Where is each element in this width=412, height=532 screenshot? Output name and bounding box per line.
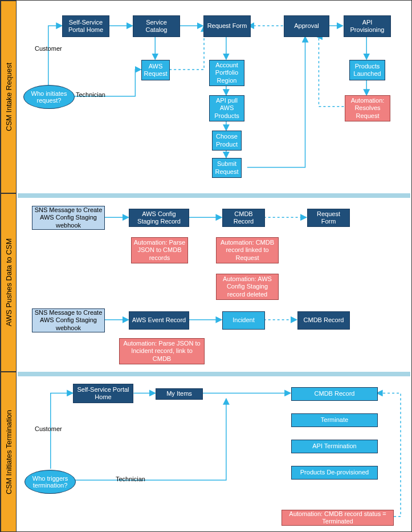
node-deprovisioned: Products De-provisioned	[291, 466, 378, 480]
node-request-form-1: Request Form	[203, 15, 251, 37]
lane-push-label: AWS Pushes Data to CSM	[5, 238, 13, 326]
node-portal-home-2: Self-Service Portal Home	[73, 384, 133, 403]
node-terminate: Terminate	[291, 413, 378, 427]
node-submit-request: Submit Request	[212, 158, 242, 178]
node-auto-incident: Automation: Parse JSON to Incident recor…	[119, 338, 205, 364]
node-portal-home-1: Self-Service Portal Home	[62, 15, 109, 37]
lane-term: CSM Initiates Termination	[1, 372, 17, 532]
node-api-provisioning: API Provisioning	[344, 15, 391, 37]
node-approval: Approval	[284, 15, 329, 37]
node-sns-2: SNS Message to Create AWS Config Staging…	[32, 308, 105, 332]
decision-triggers-termination: Who triggers termination?	[25, 470, 76, 494]
node-request-form-2: Request Form	[307, 209, 350, 227]
lane-term-label: CSM Initiates Termination	[5, 410, 13, 494]
node-api-pull: API pull AWS Products	[209, 95, 244, 121]
separator-1	[18, 193, 410, 198]
node-cmdb-3: CMDB Record	[291, 387, 378, 401]
decision-initiates-request: Who initiates request?	[23, 85, 75, 109]
flowchart-canvas: CSM Intake Request AWS Pushes Data to CS…	[0, 0, 412, 532]
node-auto-parse-cmdb: Automation: Parse JSON to CMDB records	[131, 237, 188, 263]
separator-2	[18, 372, 410, 376]
lane-intake-label: CSM Intake Request	[5, 63, 13, 131]
node-products-launched: Products Launched	[349, 60, 385, 80]
node-event-record: AWS Event Record	[129, 311, 189, 330]
node-auto-link-request: Automation: CMDB record linked to Reques…	[216, 237, 279, 263]
label-customer-2: Customer	[35, 425, 62, 432]
node-incident: Incident	[222, 311, 265, 330]
node-auto-delete-staging: Automation: AWS Config Staging record de…	[216, 274, 279, 300]
lane-push: AWS Pushes Data to CSM	[1, 193, 17, 372]
node-auto-terminated: Automation: CMDB record status = Termina…	[282, 510, 394, 526]
node-account-region: Account Portfolio Region	[209, 60, 244, 86]
node-my-items: My Items	[156, 388, 203, 400]
node-api-termination: API Termination	[291, 440, 378, 453]
node-sns-1: SNS Message to Create AWS Config Staging…	[32, 206, 105, 230]
node-service-catalog: Service Catalog	[133, 15, 180, 37]
label-customer-1: Customer	[35, 45, 62, 52]
node-choose-product: Choose Product	[212, 131, 242, 151]
label-technician-2: Technician	[116, 476, 145, 482]
node-automation-resolves: Automation: Resolves Request	[345, 95, 390, 121]
node-aws-request: AWS Request	[141, 60, 170, 80]
node-cmdb-1: CMDB Record	[222, 209, 265, 227]
label-technician-1: Technician	[76, 91, 105, 98]
node-cmdb-2: CMDB Record	[297, 311, 350, 330]
lane-intake: CSM Intake Request	[1, 1, 17, 193]
node-staging-record: AWS Config Staging Record	[129, 209, 189, 227]
